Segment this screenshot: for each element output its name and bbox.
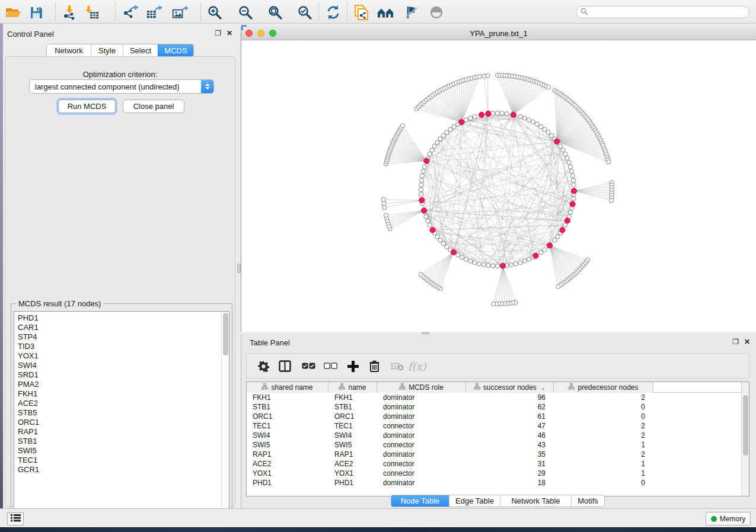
table-cell[interactable]: connector [377, 440, 466, 450]
list-item[interactable]: SRD1 [18, 370, 229, 380]
zoom-out-icon[interactable] [237, 4, 254, 21]
table-cell[interactable]: FKH1 [247, 393, 328, 402]
tab-motifs[interactable]: Motifs [571, 495, 604, 507]
tab-style[interactable]: Style [91, 44, 123, 56]
column-header[interactable]: name [328, 382, 377, 393]
delete-table-icon[interactable] [391, 358, 404, 374]
close-icon[interactable]: ✕ [227, 29, 232, 37]
tab-node-table[interactable]: Node Table [391, 495, 449, 507]
table-cell[interactable]: 0 [554, 402, 653, 412]
table-cell[interactable]: 62 [466, 402, 554, 412]
table-cell[interactable]: 1 [554, 469, 653, 478]
network-window-titlebar[interactable]: YPA_prune.txt_1 [241, 27, 756, 40]
column-header[interactable]: shared name [247, 382, 328, 393]
table-row[interactable]: ACE2ACE2connector311 [247, 459, 749, 469]
list-item[interactable]: STP4 [18, 332, 229, 342]
table-cell[interactable]: RAP1 [328, 450, 377, 459]
table-cell[interactable]: dominator [377, 431, 466, 440]
table-row[interactable]: FKH1FKH1dominator962 [247, 393, 749, 402]
table-cell[interactable]: 2 [554, 393, 653, 402]
table-cell[interactable]: TEC1 [328, 421, 377, 431]
table-cell[interactable]: 1 [554, 440, 653, 450]
search-input[interactable] [576, 6, 749, 18]
export-image-icon[interactable] [172, 4, 189, 21]
deselect-all-icon[interactable] [324, 358, 337, 374]
memory-button[interactable]: Memory [706, 512, 751, 525]
table-cell[interactable]: FKH1 [328, 393, 377, 402]
eye-icon[interactable] [428, 4, 445, 21]
table-cell[interactable]: 35 [466, 450, 554, 459]
network-canvas[interactable] [241, 40, 756, 332]
select-all-icon[interactable] [302, 358, 315, 374]
list-item[interactable]: SWI5 [18, 446, 229, 456]
table-scrollbar[interactable] [741, 393, 749, 496]
table-cell[interactable]: dominator [377, 412, 466, 421]
column-header[interactable]: MCDS role [377, 382, 466, 393]
open-folder-icon[interactable] [5, 4, 21, 21]
close-panel-button[interactable]: Close panel [123, 100, 184, 113]
table-cell[interactable]: 96 [466, 393, 554, 402]
table-cell[interactable]: ORC1 [328, 412, 377, 421]
table-cell[interactable]: 29 [466, 469, 554, 478]
close-icon[interactable]: ✕ [744, 338, 750, 346]
table-cell[interactable]: connector [377, 469, 466, 478]
table-cell[interactable]: 31 [466, 459, 554, 469]
table-cell[interactable]: 0 [554, 412, 653, 421]
clone-network-icon[interactable] [353, 4, 370, 21]
table-cell[interactable]: SWI4 [247, 431, 328, 440]
delete-icon[interactable] [369, 358, 379, 374]
minimize-icon[interactable]: ❐ [215, 29, 221, 37]
list-item[interactable]: SWI4 [18, 361, 229, 370]
function-icon[interactable]: f(x) [408, 358, 426, 374]
zoom-selected-icon[interactable] [296, 4, 313, 21]
list-item[interactable]: RAP1 [18, 427, 229, 437]
table-row[interactable]: YOX1YOX1connector291 [247, 469, 749, 478]
list-item[interactable]: STB5 [18, 408, 229, 418]
table-cell[interactable]: dominator [377, 450, 466, 459]
column-header[interactable]: successor nodes⌄ [466, 382, 554, 393]
columns-icon[interactable] [279, 358, 291, 374]
table-row[interactable]: ORC1ORC1dominator610 [247, 412, 749, 421]
flag-icon[interactable] [403, 4, 420, 21]
list-item[interactable]: ORC1 [18, 418, 229, 427]
optimization-criterion-select[interactable]: largest connected component (undirected) [29, 79, 214, 94]
table-cell[interactable]: ACE2 [328, 459, 377, 469]
task-history-button[interactable] [7, 512, 24, 525]
add-icon[interactable] [347, 358, 359, 374]
run-mcds-button[interactable]: Run MCDS [58, 100, 116, 113]
table-cell[interactable]: 43 [466, 440, 554, 450]
table-cell[interactable]: 0 [554, 478, 653, 488]
table-cell[interactable]: 2 [554, 431, 653, 440]
table-cell[interactable]: ORC1 [247, 412, 328, 421]
list-item[interactable]: FKH1 [18, 389, 229, 399]
list-item[interactable]: PMA2 [18, 380, 229, 389]
table-cell[interactable]: PHD1 [328, 478, 377, 488]
table-cell[interactable]: 1 [554, 459, 653, 469]
table-cell[interactable]: 2 [554, 450, 653, 459]
table-row[interactable]: PHD1PHD1dominator180 [247, 478, 749, 488]
table-row[interactable]: RAP1RAP1dominator352 [247, 450, 749, 459]
tab-edge-table[interactable]: Edge Table [449, 495, 500, 507]
table-cell[interactable]: dominator [377, 478, 466, 488]
list-item[interactable]: TID3 [18, 342, 229, 351]
table-cell[interactable]: dominator [377, 393, 466, 402]
tab-network[interactable]: Network [47, 44, 91, 56]
refresh-icon[interactable] [325, 4, 342, 21]
table-cell[interactable]: TEC1 [247, 421, 328, 431]
table-cell[interactable]: YOX1 [247, 469, 328, 478]
gear-icon[interactable] [258, 358, 269, 374]
tab-network-table[interactable]: Network Table [500, 495, 571, 507]
table-cell[interactable]: PHD1 [247, 478, 328, 488]
mcds-result-list[interactable]: PHD1CAR1STP4TID3YOX1SWI4SRD1PMA2FKH1ACE2… [14, 311, 229, 522]
table-row[interactable]: STB1STB1dominator620 [247, 402, 749, 412]
table-cell[interactable]: 18 [466, 478, 554, 488]
table-cell[interactable]: SWI4 [328, 431, 377, 440]
table-row[interactable]: TEC1TEC1connector472 [247, 421, 749, 431]
table-cell[interactable]: RAP1 [247, 450, 328, 459]
minimize-icon[interactable]: ❐ [732, 338, 739, 346]
import-network-icon[interactable] [62, 4, 78, 21]
table-cell[interactable]: STB1 [247, 402, 328, 412]
table-row[interactable]: SWI5SWI5connector431 [247, 440, 749, 450]
table-cell[interactable]: 47 [466, 421, 554, 431]
list-item[interactable]: GCR1 [18, 465, 229, 475]
